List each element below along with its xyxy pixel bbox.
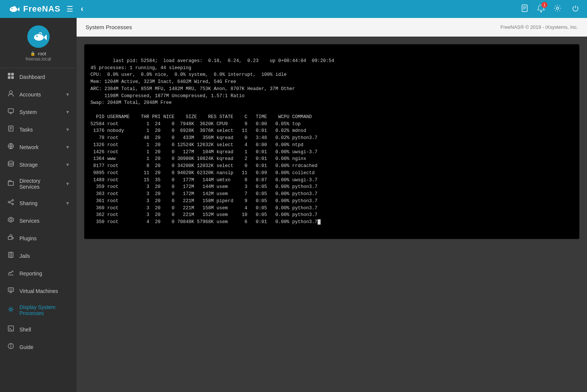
sidebar-item-guide[interactable]: Guide	[0, 338, 77, 356]
nav-label-jails: Jails	[19, 253, 70, 259]
nav-label-shell: Shell	[19, 327, 70, 333]
app-name: FreeNAS	[23, 4, 61, 14]
top-navbar: FreeNAS ☰ ‹ 1	[0, 0, 587, 18]
sidebar-item-network[interactable]: Network ▼	[0, 138, 77, 156]
copyright-text: FreeNAS® © 2019 - iXsystems, Inc.	[500, 24, 578, 30]
back-icon[interactable]: ‹	[79, 3, 85, 15]
svg-rect-16	[8, 76, 10, 79]
svg-point-28	[8, 161, 13, 163]
nav-label-network: Network	[19, 144, 61, 150]
app-logo: FreeNAS	[6, 2, 61, 16]
page-title: System Processes	[86, 24, 132, 30]
sidebar-item-services[interactable]: Services	[0, 212, 77, 229]
nav-label-accounts: Accounts	[19, 92, 61, 98]
terminal-output: last pid: 52584; load averages: 0.18, 0.…	[84, 44, 580, 239]
nav-icon-shell	[7, 325, 15, 334]
svg-rect-19	[8, 109, 13, 112]
nav-icon-reporting	[7, 269, 15, 278]
nav-icon-sharing	[7, 199, 15, 207]
svg-point-3	[12, 8, 13, 9]
nav-label-reporting: Reporting	[19, 271, 70, 277]
svg-marker-34	[8, 217, 13, 222]
sidebar-item-reporting[interactable]: Reporting	[0, 265, 77, 282]
avatar	[27, 25, 50, 48]
sidebar-item-display-system-processes[interactable]: Display System Processes	[0, 300, 77, 321]
sidebar-item-sharing[interactable]: Sharing ▼	[0, 194, 77, 212]
svg-rect-46	[8, 326, 13, 331]
settings-icon[interactable]	[552, 3, 563, 16]
nav-icon-accounts	[7, 90, 15, 99]
nav-label-system: System	[19, 109, 61, 115]
nav-icon-dashboard	[7, 72, 15, 81]
svg-point-1	[10, 7, 17, 12]
user-area: 🔒 root freenas.local	[0, 18, 77, 68]
svg-point-31	[12, 203, 13, 205]
svg-rect-37	[9, 252, 13, 257]
sidebar-item-directory-services[interactable]: Directory Services ▼	[0, 173, 77, 194]
breadcrumb-bar: System Processes FreeNAS® © 2019 - iXsys…	[77, 18, 587, 37]
nav-icon-storage	[7, 160, 15, 169]
topnav-right: 1	[519, 3, 581, 16]
sidebar-item-plugins[interactable]: Plugins	[0, 229, 77, 247]
nav-icon-services	[7, 216, 15, 225]
nav-label-sharing: Sharing	[19, 200, 61, 206]
cursor	[318, 219, 321, 225]
nav-icon-directory-services	[7, 180, 15, 188]
sidebar-item-jails[interactable]: Jails	[0, 247, 77, 265]
nav-label-display-system-processes: Display System Processes	[19, 304, 70, 316]
svg-point-11	[34, 34, 44, 41]
sidebar-item-shell[interactable]: Shell	[0, 321, 77, 338]
svg-line-32	[10, 201, 12, 202]
svg-rect-14	[8, 73, 10, 75]
nav-icon-display-system-processes	[7, 306, 15, 315]
svg-rect-17	[11, 76, 14, 79]
svg-point-8	[540, 11, 542, 12]
svg-point-9	[556, 7, 559, 9]
nav-arrow-network: ▼	[65, 145, 70, 150]
nav-arrow-accounts: ▼	[65, 92, 70, 97]
nav-arrow-storage: ▼	[65, 162, 70, 167]
terminal-container[interactable]: last pid: 52584; load averages: 0.18, 0.…	[77, 37, 587, 392]
svg-rect-36	[8, 237, 12, 240]
nav-icon-network	[7, 143, 15, 151]
nav-arrow-tasks: ▼	[65, 127, 70, 132]
docs-icon[interactable]	[519, 3, 530, 16]
sidebar-item-tasks[interactable]: Tasks ▼	[0, 121, 77, 138]
nav-menu: Dashboard Accounts ▼ System ▼ Tasks ▼ Ne…	[0, 68, 77, 356]
svg-point-13	[36, 36, 38, 37]
menu-toggle-icon[interactable]: ☰	[65, 3, 75, 15]
nav-label-directory-services: Directory Services	[19, 178, 61, 190]
svg-line-33	[10, 203, 12, 204]
svg-point-50	[10, 345, 11, 345]
nav-arrow-sharing: ▼	[65, 201, 70, 206]
svg-rect-15	[11, 73, 14, 75]
nav-icon-tasks	[7, 125, 15, 134]
svg-point-29	[12, 200, 13, 201]
user-hostname: freenas.local	[25, 56, 51, 62]
sidebar-item-dashboard[interactable]: Dashboard	[0, 68, 77, 86]
nav-label-services: Services	[19, 218, 70, 224]
nav-arrow-system: ▼	[65, 109, 70, 115]
nav-label-virtual-machines: Virtual Machines	[19, 288, 70, 294]
sidebar-item-accounts[interactable]: Accounts ▼	[0, 86, 77, 103]
nav-label-guide: Guide	[19, 344, 70, 350]
nav-icon-virtual-machines	[7, 287, 15, 295]
nav-label-dashboard: Dashboard	[19, 74, 70, 80]
svg-rect-4	[522, 5, 527, 12]
terminal-text: last pid: 52584; load averages: 0.18, 0.…	[90, 58, 334, 225]
nav-icon-plugins	[7, 234, 15, 243]
svg-point-30	[8, 201, 10, 203]
sidebar-item-virtual-machines[interactable]: Virtual Machines	[0, 282, 77, 300]
sidebar: 🔒 root freenas.local Dashboard Accounts …	[0, 18, 77, 392]
svg-point-18	[9, 91, 12, 94]
power-icon[interactable]	[570, 3, 581, 16]
notification-count-badge: 1	[541, 2, 547, 8]
username: root	[38, 51, 46, 56]
main-layout: 🔒 root freenas.local Dashboard Accounts …	[0, 18, 587, 392]
notifications-button[interactable]: 1	[537, 4, 545, 14]
nav-label-plugins: Plugins	[19, 235, 70, 241]
sidebar-item-storage[interactable]: Storage ▼	[0, 156, 77, 173]
sidebar-item-system[interactable]: System ▼	[0, 103, 77, 121]
nav-icon-guide	[7, 343, 15, 351]
nav-arrow-directory-services: ▼	[65, 181, 70, 186]
